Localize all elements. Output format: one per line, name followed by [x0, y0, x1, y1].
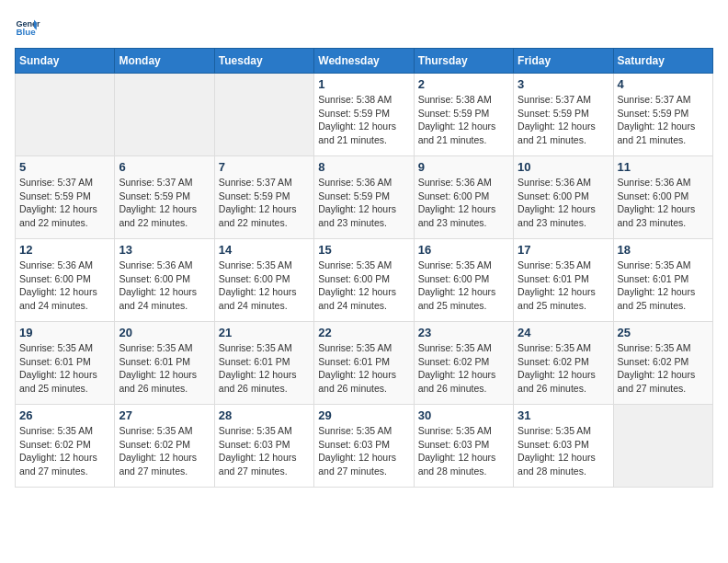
day-info: Sunrise: 5:35 AMSunset: 6:00 PMDaylight:…	[418, 259, 509, 313]
calendar-cell: 7Sunrise: 5:37 AMSunset: 5:59 PMDaylight…	[214, 156, 313, 239]
calendar-cell: 6Sunrise: 5:37 AMSunset: 5:59 PMDaylight…	[115, 156, 214, 239]
logo: General Blue	[15, 15, 40, 40]
day-number: 23	[418, 326, 509, 339]
day-info: Sunrise: 5:37 AMSunset: 5:59 PMDaylight:…	[618, 93, 709, 147]
day-number: 30	[418, 408, 509, 422]
calendar-cell: 22Sunrise: 5:35 AMSunset: 6:01 PMDayligh…	[314, 322, 414, 405]
day-info: Sunrise: 5:35 AMSunset: 6:00 PMDaylight:…	[318, 259, 409, 313]
day-number: 5	[19, 160, 110, 174]
day-info: Sunrise: 5:37 AMSunset: 5:59 PMDaylight:…	[518, 93, 609, 147]
day-number: 17	[518, 243, 609, 257]
calendar-cell: 19Sunrise: 5:35 AMSunset: 6:01 PMDayligh…	[16, 322, 115, 405]
column-header-saturday: Saturday	[613, 49, 712, 74]
day-number: 14	[219, 243, 310, 257]
calendar-cell: 16Sunrise: 5:35 AMSunset: 6:00 PMDayligh…	[414, 239, 513, 322]
day-number: 2	[418, 77, 509, 91]
calendar-cell: 14Sunrise: 5:35 AMSunset: 6:00 PMDayligh…	[214, 239, 313, 322]
day-info: Sunrise: 5:35 AMSunset: 6:03 PMDaylight:…	[418, 424, 509, 478]
calendar-cell: 1Sunrise: 5:38 AMSunset: 5:59 PMDaylight…	[314, 74, 414, 156]
day-number: 29	[318, 408, 409, 422]
column-header-tuesday: Tuesday	[214, 49, 313, 74]
day-number: 24	[518, 326, 609, 339]
calendar-cell	[613, 405, 712, 488]
day-number: 3	[518, 77, 609, 91]
calendar-cell: 23Sunrise: 5:35 AMSunset: 6:02 PMDayligh…	[414, 322, 513, 405]
day-number: 13	[119, 243, 210, 257]
day-number: 11	[618, 160, 709, 174]
day-number: 1	[318, 77, 409, 91]
day-info: Sunrise: 5:35 AMSunset: 6:03 PMDaylight:…	[518, 424, 609, 478]
column-header-wednesday: Wednesday	[314, 49, 414, 74]
calendar-week-4: 19Sunrise: 5:35 AMSunset: 6:01 PMDayligh…	[16, 322, 713, 405]
day-number: 16	[418, 243, 509, 257]
day-info: Sunrise: 5:35 AMSunset: 6:02 PMDaylight:…	[618, 341, 709, 396]
calendar-cell: 15Sunrise: 5:35 AMSunset: 6:00 PMDayligh…	[314, 239, 414, 322]
day-number: 12	[19, 243, 110, 257]
day-info: Sunrise: 5:36 AMSunset: 6:00 PMDaylight:…	[618, 176, 709, 230]
day-number: 20	[119, 326, 210, 339]
calendar-cell: 3Sunrise: 5:37 AMSunset: 5:59 PMDaylight…	[514, 74, 613, 156]
calendar-cell: 26Sunrise: 5:35 AMSunset: 6:02 PMDayligh…	[16, 405, 115, 488]
calendar-cell: 8Sunrise: 5:36 AMSunset: 5:59 PMDaylight…	[314, 156, 414, 239]
day-number: 21	[219, 326, 310, 339]
calendar-cell: 31Sunrise: 5:35 AMSunset: 6:03 PMDayligh…	[514, 405, 613, 488]
day-info: Sunrise: 5:38 AMSunset: 5:59 PMDaylight:…	[418, 93, 509, 147]
calendar-cell: 24Sunrise: 5:35 AMSunset: 6:02 PMDayligh…	[514, 322, 613, 405]
calendar-cell: 13Sunrise: 5:36 AMSunset: 6:00 PMDayligh…	[115, 239, 214, 322]
calendar-cell: 29Sunrise: 5:35 AMSunset: 6:03 PMDayligh…	[314, 405, 414, 488]
page-header: General Blue	[15, 15, 713, 40]
calendar-week-3: 12Sunrise: 5:36 AMSunset: 6:00 PMDayligh…	[16, 239, 713, 322]
calendar-cell: 28Sunrise: 5:35 AMSunset: 6:03 PMDayligh…	[214, 405, 313, 488]
day-info: Sunrise: 5:36 AMSunset: 6:00 PMDaylight:…	[518, 176, 609, 230]
calendar-cell: 9Sunrise: 5:36 AMSunset: 6:00 PMDaylight…	[414, 156, 513, 239]
day-number: 19	[19, 326, 110, 339]
day-info: Sunrise: 5:35 AMSunset: 6:03 PMDaylight:…	[318, 424, 409, 478]
calendar-week-2: 5Sunrise: 5:37 AMSunset: 5:59 PMDaylight…	[16, 156, 713, 239]
column-header-thursday: Thursday	[414, 49, 513, 74]
day-number: 10	[518, 160, 609, 174]
calendar-cell: 25Sunrise: 5:35 AMSunset: 6:02 PMDayligh…	[613, 322, 712, 405]
column-header-friday: Friday	[514, 49, 613, 74]
day-info: Sunrise: 5:35 AMSunset: 6:02 PMDaylight:…	[19, 424, 110, 478]
calendar-cell	[115, 74, 214, 156]
header-row: SundayMondayTuesdayWednesdayThursdayFrid…	[16, 49, 713, 74]
day-info: Sunrise: 5:35 AMSunset: 6:01 PMDaylight:…	[119, 341, 210, 396]
calendar-cell: 21Sunrise: 5:35 AMSunset: 6:01 PMDayligh…	[214, 322, 313, 405]
day-info: Sunrise: 5:35 AMSunset: 6:01 PMDaylight:…	[219, 341, 310, 396]
column-header-monday: Monday	[115, 49, 214, 74]
day-info: Sunrise: 5:36 AMSunset: 5:59 PMDaylight:…	[318, 176, 409, 230]
logo-icon: General Blue	[15, 15, 40, 40]
calendar-cell	[214, 74, 313, 156]
day-number: 25	[618, 326, 709, 339]
calendar-cell: 5Sunrise: 5:37 AMSunset: 5:59 PMDaylight…	[16, 156, 115, 239]
calendar-cell: 18Sunrise: 5:35 AMSunset: 6:01 PMDayligh…	[613, 239, 712, 322]
day-info: Sunrise: 5:37 AMSunset: 5:59 PMDaylight:…	[119, 176, 210, 230]
day-info: Sunrise: 5:35 AMSunset: 6:01 PMDaylight:…	[518, 259, 609, 313]
calendar-cell	[16, 74, 115, 156]
day-number: 15	[318, 243, 409, 257]
calendar-cell: 17Sunrise: 5:35 AMSunset: 6:01 PMDayligh…	[514, 239, 613, 322]
column-header-sunday: Sunday	[16, 49, 115, 74]
day-number: 7	[219, 160, 310, 174]
calendar-cell: 20Sunrise: 5:35 AMSunset: 6:01 PMDayligh…	[115, 322, 214, 405]
day-info: Sunrise: 5:38 AMSunset: 5:59 PMDaylight:…	[318, 93, 409, 147]
day-info: Sunrise: 5:35 AMSunset: 6:03 PMDaylight:…	[219, 424, 310, 478]
day-number: 8	[318, 160, 409, 174]
calendar-cell: 30Sunrise: 5:35 AMSunset: 6:03 PMDayligh…	[414, 405, 513, 488]
day-number: 26	[19, 408, 110, 422]
svg-text:Blue: Blue	[16, 27, 36, 37]
day-info: Sunrise: 5:35 AMSunset: 6:00 PMDaylight:…	[219, 259, 310, 313]
calendar-cell: 10Sunrise: 5:36 AMSunset: 6:00 PMDayligh…	[514, 156, 613, 239]
day-number: 6	[119, 160, 210, 174]
day-info: Sunrise: 5:35 AMSunset: 6:02 PMDaylight:…	[119, 424, 210, 478]
calendar-week-1: 1Sunrise: 5:38 AMSunset: 5:59 PMDaylight…	[16, 74, 713, 156]
day-info: Sunrise: 5:35 AMSunset: 6:01 PMDaylight:…	[19, 341, 110, 396]
day-info: Sunrise: 5:35 AMSunset: 6:02 PMDaylight:…	[518, 341, 609, 396]
calendar-cell: 2Sunrise: 5:38 AMSunset: 5:59 PMDaylight…	[414, 74, 513, 156]
calendar-cell: 4Sunrise: 5:37 AMSunset: 5:59 PMDaylight…	[613, 74, 712, 156]
day-info: Sunrise: 5:35 AMSunset: 6:01 PMDaylight:…	[618, 259, 709, 313]
day-number: 31	[518, 408, 609, 422]
day-info: Sunrise: 5:37 AMSunset: 5:59 PMDaylight:…	[219, 176, 310, 230]
calendar-cell: 27Sunrise: 5:35 AMSunset: 6:02 PMDayligh…	[115, 405, 214, 488]
day-number: 18	[618, 243, 709, 257]
